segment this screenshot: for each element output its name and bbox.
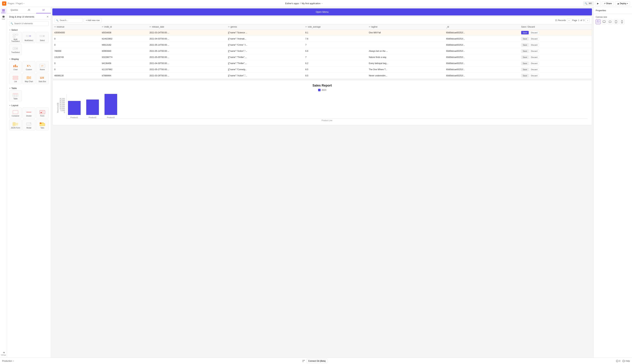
table-cell: [{"name":"Comedy... [226, 66, 303, 73]
modal-label: Modal [27, 127, 31, 129]
discard-row-button[interactable]: Discard [529, 68, 539, 71]
size-icon-fit[interactable] [596, 19, 600, 24]
section-display-header[interactable]: ▼ Display [7, 56, 51, 61]
table-row: 0tt41364562021-04-30T00:00:...[{"name":"… [53, 60, 592, 66]
save-row-button[interactable]: Save [521, 37, 529, 40]
main-layout: Editor Data Settings Queries JS UI Drag … [0, 7, 632, 358]
widget-chart[interactable]: Chart [9, 61, 22, 72]
table-cell: 60d0bdcae00251f... [444, 66, 519, 73]
save-row-button[interactable]: Save [521, 68, 529, 71]
sidebar-settings[interactable]: Settings [1, 351, 6, 356]
table-action-cell: Save Discard [519, 42, 592, 48]
deploy-button[interactable]: ☁ Deploy ▾ [615, 2, 630, 6]
table-cell: 60d0bdcae00251f... [444, 54, 519, 60]
widget-table[interactable]: Table [9, 90, 22, 102]
table-cell: 2021-05-14T00:00:... [148, 42, 226, 48]
size-icon-tablet[interactable] [613, 19, 618, 24]
help-button[interactable]: ? Help [622, 360, 630, 362]
connect-git-button[interactable]: Connect Git (Beta) [306, 359, 328, 363]
iframe-label: Iframe [40, 68, 45, 70]
share-button[interactable]: ↗ Share [602, 2, 614, 6]
widget-list[interactable]: List [9, 73, 22, 84]
esther-apps-link[interactable]: Esther's apps [285, 2, 299, 5]
panel-header: Drag & drop UI elements ✕ [7, 14, 51, 20]
canvas-inner: Open Menu 🔍 + Add new row 21 Records ‹ [51, 7, 593, 358]
select-chevron-icon: ▼ [9, 29, 11, 31]
section-select-header[interactable]: ▼ Select [7, 28, 51, 32]
tab-js[interactable]: JS [22, 7, 36, 13]
section-table-header[interactable]: ▼ Table [7, 86, 51, 90]
play-button[interactable]: ▶ [595, 1, 600, 6]
page-next-button[interactable]: › [585, 18, 590, 22]
top-bar-center: Esther's apps / My first application ▾ [285, 2, 323, 5]
deploy-label: Deploy [620, 2, 626, 5]
widget-multiselect[interactable]: MultiSelect [23, 32, 35, 43]
table-cell: tt32286774 [100, 54, 148, 60]
breadcrumb-page1[interactable]: Page1 [16, 2, 23, 5]
discard-row-button[interactable]: Discard [529, 37, 539, 40]
col-vote-average: ✏vote_average [303, 24, 367, 30]
widget-stats-box[interactable]: 123 Stats Box [36, 73, 49, 84]
discard-row-button[interactable]: Discard [529, 49, 539, 53]
sidebar-data[interactable]: Data [1, 15, 6, 20]
widget-form[interactable]: Form [36, 108, 49, 119]
save-row-button[interactable]: Save [521, 74, 529, 78]
widget-modal[interactable]: ✕ Modal [23, 119, 35, 130]
widget-tabs[interactable]: Tabs [36, 119, 49, 130]
table-cell: tt5034838 [100, 30, 148, 36]
app-name[interactable]: My first application [301, 2, 321, 5]
table-cell: Nature finds a way. [367, 54, 444, 60]
size-icon-mobile[interactable] [619, 19, 624, 24]
widget-select[interactable]: ▾ Select [36, 32, 49, 43]
discard-row-button[interactable]: Discard [529, 74, 539, 78]
table-cell: 6.2 [303, 60, 367, 66]
widget-divider[interactable]: Divider [23, 108, 35, 119]
save-row-button[interactable]: Save [521, 56, 529, 59]
search-input[interactable] [9, 21, 49, 26]
save-row-button[interactable]: Save [521, 43, 529, 47]
col-id: _id [444, 24, 519, 30]
breadcrumb-pages[interactable]: Pages [8, 2, 14, 5]
section-layout-header[interactable]: ▼ Layout [7, 103, 51, 108]
errors-button[interactable]: ! 0 [616, 360, 620, 362]
table-search-input[interactable] [55, 18, 83, 23]
widget-map-chart[interactable]: Map Chart [23, 73, 35, 84]
save-row-button[interactable]: Save [521, 31, 529, 34]
svg-point-62 [622, 22, 622, 23]
table-cell: 8.5 [303, 73, 367, 79]
close-panel-icon[interactable]: ✕ [47, 15, 49, 18]
save-row-button[interactable]: Save [521, 62, 529, 65]
widget-treeselect[interactable]: ▾ TreeSelect [9, 44, 22, 55]
sidebar-editor[interactable]: Editor [1, 8, 6, 14]
widget-iframe[interactable]: </> Iframe [36, 61, 49, 72]
help-label: Help [625, 360, 630, 362]
tab-queries[interactable]: Queries [7, 7, 22, 13]
page-prev-button[interactable]: ‹ [567, 18, 571, 22]
size-icon-fluid[interactable] [607, 19, 612, 24]
discard-row-button[interactable]: Discard [529, 31, 539, 34]
table-action-cell: Save Discard [519, 73, 592, 79]
add-row-button[interactable]: + Add new row [84, 18, 102, 23]
widget-json-form[interactable]: JSON Form [9, 119, 22, 130]
table-row: 0tt90131822021-05-14T00:00:...[{"name":"… [53, 42, 592, 48]
open-menu-button[interactable]: Open Menu [52, 8, 592, 16]
search-button[interactable]: 🔍 ⌘K [583, 2, 594, 6]
discard-row-button[interactable]: Discard [529, 56, 539, 59]
discard-row-button[interactable]: Discard [529, 43, 539, 47]
widget-multi-treeselect[interactable]: Multi TreeSelect [9, 32, 22, 43]
svg-rect-42 [43, 112, 44, 113]
size-icon-desktop[interactable] [602, 19, 606, 24]
canvas-size-icons [593, 19, 632, 24]
svg-rect-35 [15, 93, 16, 94]
multi-treeselect-icon [13, 34, 18, 38]
chart-inner: Revenue($) 35,00030,00025,00020,00015,00… [57, 94, 587, 122]
tab-ui[interactable]: UI [36, 7, 51, 13]
col-imdb-id: ✏imdb_id [100, 24, 148, 30]
widget-custom[interactable]: Custom [23, 61, 35, 72]
discard-row-button[interactable]: Discard [529, 62, 539, 65]
widget-container[interactable]: Container [9, 108, 22, 119]
save-row-button[interactable]: Save [521, 49, 529, 53]
table-action-cell: Save Discard [519, 36, 592, 42]
svg-rect-58 [609, 21, 611, 23]
table-widget-grid: Table [7, 90, 51, 103]
